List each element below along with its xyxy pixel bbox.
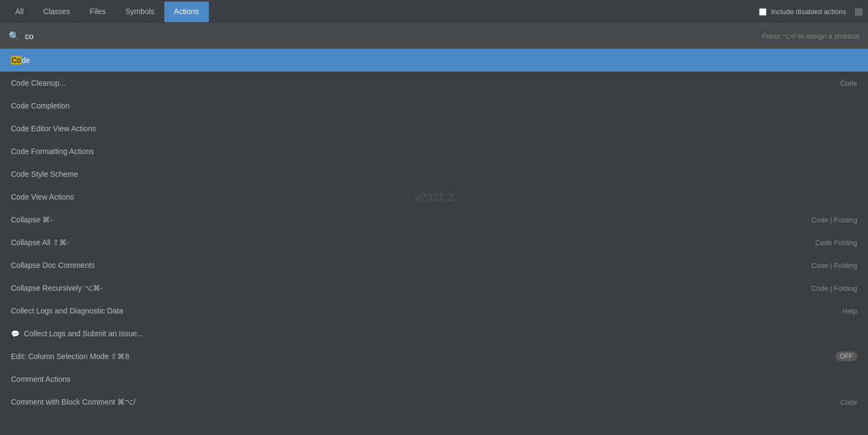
item-label: Code View Actions bbox=[11, 193, 857, 201]
list-item[interactable]: Collapse Doc Comments Code | Folding bbox=[0, 254, 868, 277]
item-label: Collect Logs and Submit an Issue... bbox=[24, 329, 857, 338]
list-item[interactable]: Code bbox=[0, 49, 868, 72]
toggle-label: OFF bbox=[840, 353, 853, 360]
item-label: Collapse Doc Comments bbox=[11, 261, 812, 270]
item-right: Code bbox=[840, 79, 857, 87]
list-item[interactable]: Code Completion bbox=[0, 94, 868, 117]
item-right: Code | Folding bbox=[812, 216, 857, 224]
search-icon: 🔍 bbox=[9, 31, 20, 41]
list-item[interactable]: Code Editor View Actions bbox=[0, 117, 868, 140]
include-disabled-label: Include disabled actions bbox=[771, 8, 846, 16]
actions-list: Code Code Cleanup... Code Code Completio… bbox=[0, 49, 868, 435]
highlight-co: Co bbox=[11, 56, 22, 65]
item-label: Edit: Column Selection Mode ⇧⌘8 bbox=[11, 352, 835, 361]
item-right: Help bbox=[843, 307, 857, 315]
search-bar: 🔍 Press ⌥⏎ to assign a shortcut bbox=[0, 24, 868, 49]
item-right: Code | Folding bbox=[812, 261, 857, 270]
item-right: Code | Folding bbox=[812, 284, 857, 292]
list-item[interactable]: Code Formatting Actions bbox=[0, 140, 868, 163]
list-item[interactable]: Comment with Block Comment ⌘⌥/ Code bbox=[0, 391, 868, 413]
item-label: Collapse All ⇧⌘- bbox=[11, 238, 815, 247]
item-label: Code Editor View Actions bbox=[11, 124, 857, 133]
item-right: Code bbox=[840, 398, 857, 406]
list-item[interactable]: Code View Actions v2021.2 bbox=[0, 185, 868, 208]
list-item[interactable]: Code Style Scheme bbox=[0, 163, 868, 185]
tab-classes[interactable]: Classes bbox=[34, 2, 80, 22]
window-button[interactable] bbox=[855, 8, 863, 16]
search-hint: Press ⌥⏎ to assign a shortcut bbox=[762, 32, 859, 40]
list-item[interactable]: Collapse ⌘- Code | Folding bbox=[0, 208, 868, 231]
search-input[interactable] bbox=[25, 31, 762, 41]
list-item[interactable]: Code Cleanup... Code bbox=[0, 72, 868, 94]
include-disabled-checkbox[interactable] bbox=[759, 8, 767, 16]
item-label: Collapse Recursively ⌥⌘- bbox=[11, 284, 812, 292]
item-label: Collect Logs and Diagnostic Data bbox=[11, 306, 843, 315]
list-item[interactable]: 💬 Collect Logs and Submit an Issue... bbox=[0, 322, 868, 345]
item-label: Code bbox=[11, 56, 857, 65]
list-item[interactable]: Collapse Recursively ⌥⌘- Code | Folding bbox=[0, 277, 868, 299]
item-label: Comment Actions bbox=[11, 375, 857, 383]
item-label: Code Style Scheme bbox=[11, 170, 857, 178]
item-label: Collapse ⌘- bbox=[11, 215, 812, 224]
item-label: Code Completion bbox=[11, 101, 857, 110]
include-disabled-container: Include disabled actions bbox=[759, 8, 863, 16]
list-item[interactable]: Collect Logs and Diagnostic Data Help bbox=[0, 299, 868, 322]
chat-icon: 💬 bbox=[11, 330, 20, 338]
tab-files[interactable]: Files bbox=[80, 2, 116, 22]
list-item[interactable]: Edit: Column Selection Mode ⇧⌘8 OFF bbox=[0, 345, 868, 368]
toggle-off[interactable]: OFF bbox=[835, 351, 857, 361]
tab-all[interactable]: All bbox=[5, 2, 34, 22]
tab-actions[interactable]: Actions bbox=[164, 2, 209, 22]
item-label: Comment with Block Comment ⌘⌥/ bbox=[11, 398, 840, 406]
item-label: Code Cleanup... bbox=[11, 79, 840, 87]
item-right: Code Folding bbox=[815, 239, 857, 247]
item-label: Code Formatting Actions bbox=[11, 147, 857, 156]
list-item[interactable]: Comment Actions bbox=[0, 368, 868, 391]
tab-bar: All Classes Files Symbols Actions Includ… bbox=[0, 0, 868, 24]
tab-symbols[interactable]: Symbols bbox=[116, 2, 164, 22]
list-item[interactable]: Collapse All ⇧⌘- Code Folding bbox=[0, 231, 868, 254]
